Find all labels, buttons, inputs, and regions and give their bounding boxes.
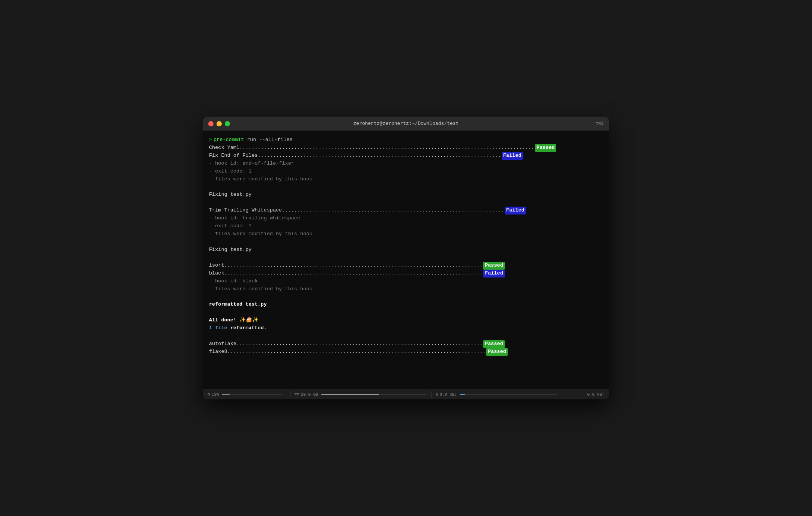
reformatted-count-line: 1 file reformatted.: [209, 324, 603, 332]
detail-hook-eof: - hook id: end-of-file-fixer: [209, 160, 603, 168]
flake8-label: flake8..................................…: [209, 348, 486, 356]
flake8-line: flake8..................................…: [209, 348, 603, 356]
spacer-4: [209, 254, 603, 262]
black-status: Failed: [483, 270, 505, 278]
cmd-program: pre-commit: [214, 136, 244, 144]
fixing-testpy-1: Fixing test.py: [209, 191, 603, 199]
isort-label: isort...................................…: [209, 262, 483, 270]
maximize-button[interactable]: [225, 121, 230, 126]
terminal-window: zerohertz@zerohertz:~/Downloads/test ⌥⌘2…: [203, 117, 609, 399]
ram-icon: ≡≡: [294, 392, 299, 397]
isort-line: isort...................................…: [209, 262, 603, 270]
detail-files-trim: - files were modified by this hook: [209, 230, 603, 238]
isort-status: Passed: [483, 262, 505, 270]
net-down-status: ⇅ 0.0 kB↓: [436, 392, 559, 397]
prompt-line: > pre-commit run --all-files: [209, 136, 603, 144]
black-line: black...................................…: [209, 270, 603, 278]
fix-eof-status: Failed: [502, 152, 523, 160]
check-yaml-status: Passed: [535, 144, 556, 152]
detail-hook-black: - hook id: black: [209, 278, 603, 285]
window-title: zerohertz@zerohertz:~/Downloads/test: [353, 121, 459, 126]
statusbar: ⚙ 13% ≡≡ 10.0 GB ⇅ 0.0 kB↓ 0.0 kB↑: [203, 389, 609, 399]
detail-exit-trim: - exit code: 1: [209, 222, 603, 230]
trim-whitespace-line: Trim Trailing Whitespace................…: [209, 207, 603, 214]
prompt-arrow: >: [209, 136, 212, 144]
ram-status: ≡≡ 10.0 GB: [294, 392, 427, 397]
ram-bar-fill: [321, 394, 379, 395]
fix-eof-line: Fix End of Files........................…: [209, 152, 603, 160]
spacer-2: [209, 199, 603, 207]
autoflake-line: autoflake...............................…: [209, 340, 603, 348]
cpu-bar-fill: [222, 394, 230, 395]
trim-label: Trim Trailing Whitespace................…: [209, 207, 504, 214]
cmd-args: run --all-files: [244, 136, 293, 144]
spacer-3: [209, 238, 603, 246]
window-shortcut: ⌥⌘2: [595, 121, 604, 126]
trim-status: Failed: [505, 207, 526, 214]
all-done-line: All done! ✨🍰✨: [209, 316, 603, 324]
traffic-lights: [208, 121, 230, 126]
chip-icon: ⚙: [208, 392, 210, 397]
titlebar: zerohertz@zerohertz:~/Downloads/test ⌥⌘2: [203, 117, 609, 131]
terminal-body[interactable]: > pre-commit run --all-files Check Yaml.…: [203, 131, 609, 386]
ram-label: 10.0 GB: [301, 392, 318, 397]
ram-bar-track: [321, 394, 426, 395]
fix-eof-label: Fix End of Files........................…: [209, 152, 501, 160]
net-icon: ⇅: [436, 392, 438, 397]
net-bar-track: [460, 394, 558, 395]
cpu-bar-track: [222, 394, 282, 395]
spacer-6: [209, 309, 603, 316]
net-bar-fill: [460, 394, 465, 395]
fixing-testpy-2: Fixing test.py: [209, 246, 603, 254]
cpu-status: ⚙ 13%: [208, 392, 283, 397]
check-yaml-label: Check Yaml..............................…: [209, 144, 534, 152]
spacer-7: [209, 332, 603, 340]
detail-files-black: - files were modified by this hook: [209, 285, 603, 293]
flake8-status: Passed: [486, 348, 508, 356]
close-button[interactable]: [208, 121, 214, 126]
autoflake-label: autoflake...............................…: [209, 340, 483, 348]
reformatted-line: reformatted test.py: [209, 301, 603, 309]
detail-files-eof: - files were modified by this hook: [209, 176, 603, 183]
net-up-label: 0.0 kB↑: [587, 392, 604, 397]
net-down-label: 0.0 kB↓: [439, 392, 457, 397]
cpu-percent: 13%: [212, 392, 219, 397]
detail-exit-eof: - exit code: 1: [209, 168, 603, 176]
check-yaml-line: Check Yaml..............................…: [209, 144, 603, 152]
black-label: black...................................…: [209, 270, 483, 278]
spacer-5: [209, 293, 603, 301]
sep-1: [290, 392, 290, 398]
spacer-1: [209, 183, 603, 191]
sep-2: [432, 392, 432, 398]
detail-hook-trim: - hook id: trailing-whitespace: [209, 214, 603, 222]
net-up-status: 0.0 kB↑: [587, 392, 604, 397]
autoflake-status: Passed: [483, 340, 505, 348]
minimize-button[interactable]: [217, 121, 222, 126]
